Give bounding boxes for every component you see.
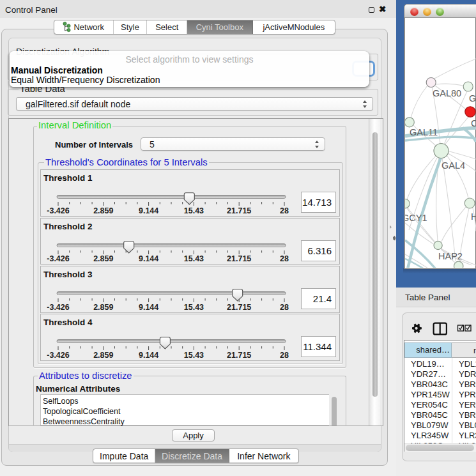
- svg-text:H: H: [471, 211, 476, 222]
- svg-text:C: C: [471, 118, 476, 128]
- svg-text:GCY1: GCY1: [405, 213, 427, 223]
- svg-text:HAP2: HAP2: [438, 251, 463, 261]
- svg-text:GAL4: GAL4: [441, 160, 465, 171]
- svg-text:GAL80: GAL80: [433, 88, 461, 98]
- svg-text:GA: GA: [469, 93, 476, 104]
- svg-text:GAL11: GAL11: [410, 127, 438, 137]
